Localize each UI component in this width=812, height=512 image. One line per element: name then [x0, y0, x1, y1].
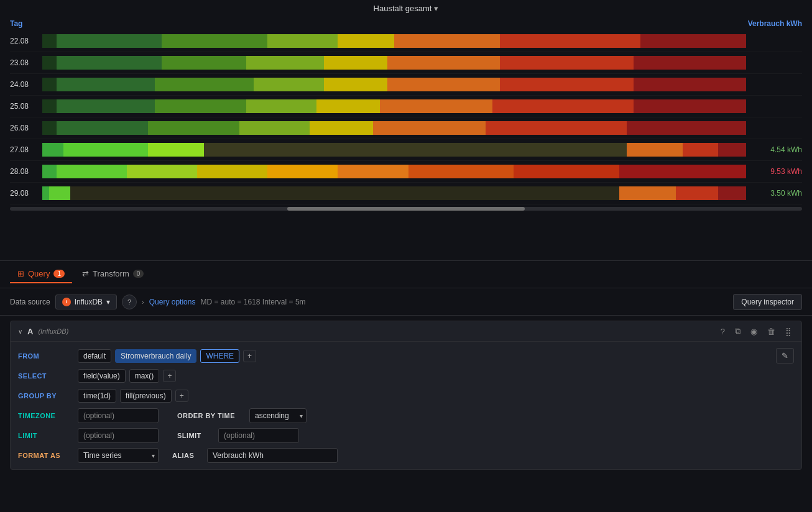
query-options-chevron-icon: ›	[142, 298, 144, 306]
heatmap-bar-2808	[42, 165, 746, 178]
tab-query[interactable]: ⊞ Query 1	[10, 265, 72, 283]
chart-rows: 22.08 23.08	[0, 30, 812, 204]
alias-input[interactable]	[207, 448, 338, 463]
chart-row-2308: 23.08	[10, 52, 802, 74]
group-fill-tag[interactable]: fill(previous)	[120, 389, 172, 403]
select-fn-tag[interactable]: max()	[129, 369, 160, 383]
chart-row-2608: 26.08	[10, 117, 802, 139]
slimit-label: SLIMIT	[177, 432, 215, 439]
chart-row-2508: 25.08	[10, 96, 802, 117]
form-row-select: SELECT field(value) max() +	[11, 366, 801, 386]
query-db-label: (InfluxDB)	[38, 327, 68, 335]
select-add-button[interactable]: +	[163, 370, 176, 382]
form-row-from: FROM default Stromverbrauch daily WHERE …	[11, 345, 801, 366]
form-row-limit: LIMIT SLIMIT	[11, 426, 801, 446]
copy-button[interactable]: ⧉	[732, 325, 743, 337]
info-button[interactable]: ?	[122, 295, 137, 309]
from-label: FROM	[18, 352, 74, 360]
heatmap-bar-2708	[42, 143, 746, 157]
where-keyword[interactable]: WHERE	[200, 349, 239, 363]
slimit-input[interactable]	[218, 428, 299, 443]
query-options-meta: MD = auto = 1618 Interval = 5m	[200, 298, 305, 306]
drag-handle[interactable]: ⣿	[783, 326, 794, 337]
heatmap-bar-2908	[42, 186, 746, 200]
format-select-wrapper: Time series Table	[78, 448, 159, 463]
datasource-name: InfluxDB	[75, 298, 103, 306]
query-options-label: Query options	[149, 298, 196, 306]
from-db-tag[interactable]: default	[78, 349, 111, 363]
chart-title-chevron-icon[interactable]: ▾	[434, 4, 438, 13]
limit-label: LIMIT	[18, 432, 74, 439]
chart-row-2908: 29.08 3.50 kWh	[10, 183, 802, 204]
chart-scrollbar[interactable]	[10, 207, 802, 211]
query-tab-label: Query	[28, 269, 50, 278]
tabs-bar: ⊞ Query 1 ⇄ Transform 0	[0, 261, 812, 288]
order-by-label: ORDER BY TIME	[177, 412, 246, 419]
heatmap-bar-2408	[42, 78, 746, 91]
col-value-header: Verbrauch kWh	[748, 19, 802, 28]
query-form: FROM default Stromverbrauch daily WHERE …	[11, 342, 801, 469]
datasource-select[interactable]: i InfluxDB ▾	[55, 295, 117, 309]
row-label-2508: 25.08	[10, 102, 42, 111]
chart-title-bar: Haustalt gesamt ▾	[0, 0, 812, 17]
row-label-2408: 24.08	[10, 80, 42, 89]
group-by-label: GROUP BY	[18, 392, 74, 400]
datasource-chevron-icon: ▾	[106, 298, 110, 306]
toggle-visibility-button[interactable]: ◉	[748, 326, 760, 337]
select-field-tag[interactable]: field(value)	[78, 369, 126, 383]
from-measurement-tag[interactable]: Stromverbrauch daily	[115, 349, 196, 363]
format-select[interactable]: Time series Table	[78, 448, 159, 463]
row-label-2908: 29.08	[10, 189, 42, 198]
form-row-timezone-order: TIMEZONE ORDER BY TIME ascending descend…	[11, 406, 801, 426]
chart-scrollbar-thumb[interactable]	[287, 207, 525, 211]
group-by-add-button[interactable]: +	[175, 390, 188, 402]
chart-header: Tag Verbrauch kWh	[0, 17, 812, 30]
query-tab-icon: ⊞	[17, 269, 24, 278]
col-tag-header: Tag	[10, 19, 22, 28]
row-label-2208: 22.08	[10, 37, 42, 45]
datasource-label: Data source	[10, 298, 50, 306]
order-by-select-wrapper: ascending descending	[249, 408, 307, 423]
query-panel: ⊞ Query 1 ⇄ Transform 0 Data source i In…	[0, 261, 812, 470]
order-by-select[interactable]: ascending descending	[249, 408, 307, 423]
transform-tab-label: Transform	[93, 269, 129, 278]
row-value-2708: 4.54 kWh	[746, 145, 802, 154]
chart-row-2708: 27.08 4.54 kWh	[10, 139, 802, 161]
collapse-icon[interactable]: ∨	[18, 328, 22, 335]
limit-input[interactable]	[78, 428, 159, 443]
query-block-header: ∨ A (InfluxDB) ? ⧉ ◉ 🗑 ⣿	[11, 321, 801, 342]
row-label-2708: 27.08	[10, 145, 42, 154]
raw-query-button[interactable]: ✎	[776, 348, 794, 363]
influxdb-icon: i	[62, 298, 71, 306]
where-add-button[interactable]: +	[243, 350, 256, 362]
format-label: FORMAT AS	[18, 452, 74, 459]
chart-title[interactable]: Haustalt gesamt	[374, 4, 432, 13]
chart-row-2808: 28.08 9.53 kWh	[10, 161, 802, 183]
transform-tab-icon: ⇄	[82, 269, 89, 278]
info-icon: ?	[127, 298, 131, 306]
row-label-2808: 28.08	[10, 167, 42, 176]
group-time-tag[interactable]: time(1d)	[78, 389, 116, 403]
form-row-format: FORMAT AS Time series Table ALIAS	[11, 446, 801, 465]
row-value-2908: 3.50 kWh	[746, 189, 802, 198]
form-row-groupby: GROUP BY time(1d) fill(previous) +	[11, 386, 801, 406]
query-block-a: ∨ A (InfluxDB) ? ⧉ ◉ 🗑 ⣿ FROM default St…	[10, 321, 802, 470]
heatmap-bar-2208	[42, 34, 746, 48]
help-button[interactable]: ?	[718, 326, 727, 337]
timezone-input[interactable]	[78, 408, 159, 423]
toolbar-row: Data source i InfluxDB ▾ ? › Query optio…	[0, 288, 812, 316]
query-options-link[interactable]: Query options	[149, 298, 196, 306]
query-tab-badge: 1	[53, 270, 65, 278]
heatmap-bar-2608	[42, 121, 746, 135]
transform-tab-badge: 0	[133, 270, 144, 278]
delete-button[interactable]: 🗑	[765, 326, 778, 337]
query-inspector-button[interactable]: Query inspector	[733, 294, 802, 310]
heatmap-bar-2308	[42, 56, 746, 70]
timezone-label: TIMEZONE	[18, 412, 74, 419]
row-value-2808: 9.53 kWh	[746, 167, 802, 176]
chart-row-2408: 24.08	[10, 74, 802, 96]
chart-panel: Haustalt gesamt ▾ Tag Verbrauch kWh 22.0…	[0, 0, 812, 261]
row-label-2308: 23.08	[10, 58, 42, 67]
tab-transform[interactable]: ⇄ Transform 0	[75, 265, 151, 283]
query-letter: A	[27, 327, 33, 336]
